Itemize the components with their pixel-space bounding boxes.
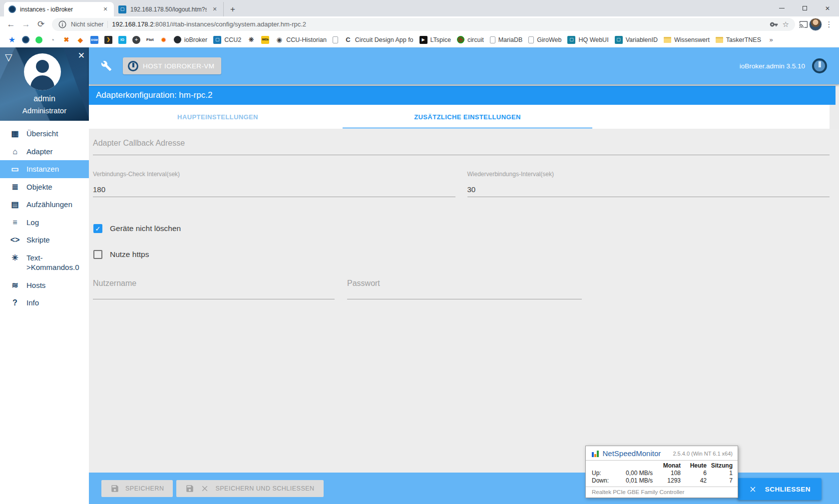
username-input[interactable]: Nutzername [93,279,335,299]
dialog-tab-bar: HAUPTEINSTELLUNGEN ZUSÄTZLICHE EINSTELLU… [89,105,830,129]
close-button-label: SCHLIESSEN [765,486,811,493]
username-field[interactable]: Nutzername [93,279,335,299]
reconnect-interval-input[interactable]: 30 [467,185,830,197]
bookmark-item[interactable]: ❋ [244,36,258,44]
host-button[interactable]: HOST IOBROKER-VM [123,57,221,74]
tab-haupteinstellungen[interactable]: HAUPTEINSTELLUNGEN [93,105,343,129]
bookmark-item[interactable]: ioBroker [171,36,211,43]
address-bar[interactable]: Nicht sicher 192.168.178.2:8081/#tab-ins… [52,18,795,31]
sidebar-menu-item[interactable]: ✳ Text- >Kommandos.0 [0,249,89,276]
browser-tab-active[interactable]: instances - ioBroker ✕ [4,2,114,16]
bookmark-item[interactable]: + [129,36,143,44]
password-field[interactable]: Passwort [347,279,582,299]
callback-address-input[interactable] [93,155,830,155]
bookmark-item[interactable]: ◆ [73,36,87,44]
bookmark-item[interactable]: MariaDB [487,36,526,43]
profile-avatar[interactable] [809,18,822,31]
sidebar-close-icon[interactable]: ✕ [78,50,85,61]
cast-icon[interactable] [799,20,808,29]
sidebar-menu-item[interactable]: ≡ Log [0,214,89,232]
bookmark-item[interactable]: ▢ CCU2 [210,36,244,44]
bookmark-item[interactable] [19,36,32,43]
back-button[interactable]: ← [4,17,18,31]
url-text: 192.168.178.2:8081/#tab-instances/config… [112,20,765,28]
window-minimize-button[interactable] [770,0,793,16]
bookmark-item[interactable]: GiroWeb [525,36,564,43]
bookmark-item[interactable]: ▢ VariablenID [612,36,661,44]
reload-button[interactable]: ⟳ [34,17,48,31]
dont-delete-devices-checkbox[interactable]: ✓ [93,224,102,233]
bookmark-favicon [528,36,534,43]
info-icon[interactable] [58,20,67,29]
bookmark-item[interactable]: Wissenswert [661,36,713,43]
bookmark-label: CCU-Historian [286,36,327,43]
wrench-icon[interactable] [101,60,112,71]
bookmark-item[interactable]: ★ [5,36,19,44]
bookmark-label: Wissenswert [674,36,710,43]
bookmark-item[interactable]: ▢ HQ WebUI [564,36,611,44]
bookmark-item[interactable] [330,36,341,43]
bookmark-item[interactable]: TaskerTNES [713,36,764,43]
key-icon[interactable] [770,20,779,29]
bookmark-item[interactable]: IO [115,36,129,44]
password-input[interactable]: Passwort [347,279,582,299]
sidebar-menu-item[interactable]: ▤ Aufzählungen [0,196,89,214]
sidebar-menu-item[interactable]: ≣ Objekte [0,178,89,196]
sidebar-menu-item[interactable]: ? Info [0,294,89,312]
sidebar-menu-item[interactable]: ⌂ Adapter [0,143,89,161]
bookmark-item[interactable]: ◔ [45,36,59,44]
tab-close-icon[interactable]: ✕ [211,6,219,12]
iobroker-logo [812,58,827,73]
sidebar-item-label: Aufzählungen [26,200,72,210]
sidebar-profile-header: ▽ ✕ admin Administrator [0,47,89,121]
bookmark-item[interactable]: DSM [87,36,101,44]
reconnect-interval-field[interactable]: Wiederverbindungs-Interval(sek) 30 [467,171,830,197]
check-interval-field[interactable]: Verbindungs-Check Interval(sek) 180 [93,171,455,197]
up-heute: 6 [681,470,707,477]
bookmark-item[interactable]: ✖ [59,36,73,44]
sidebar-item-icon: ⌂ [10,147,20,156]
sidebar-menu-item[interactable]: ▭ Instanzen [0,160,89,178]
callback-address-field[interactable]: Adapter Callback Adresse [93,139,830,155]
sidebar-menu-item[interactable]: <> Skripte [0,231,89,249]
window-close-button[interactable]: ✕ [816,0,839,16]
sidebar-menu-item[interactable]: ≋ Hosts [0,276,89,294]
bookmark-star-icon[interactable]: ☆ [783,20,789,29]
check-interval-input[interactable]: 180 [93,185,455,197]
browser-menu-icon[interactable]: ⋮ [823,20,835,29]
up-speed: 0,00 MB/s [615,470,653,477]
bookmark-item[interactable]: Flot [143,36,157,44]
bookmark-favicon: ▢ [213,36,221,44]
bookmark-item[interactable] [32,36,45,43]
bookmark-item[interactable]: ◉ CCU-Historian [272,36,330,44]
tab-close-icon[interactable]: ✕ [101,6,109,12]
sidebar-collapse-icon[interactable]: ▽ [5,51,12,63]
bookmark-favicon [333,36,338,43]
forward-button[interactable]: → [19,17,33,31]
url-path: :8081/#tab-instances/config/system.adapt… [153,20,306,28]
bookmark-item[interactable]: circuit [454,36,487,43]
bookmark-item[interactable]: ▶ LTspice [417,36,454,44]
browser-tab-inactive[interactable]: ▢ 192.168.178.50/logout.htm?sid= ✕ [114,2,224,16]
bookmark-favicon [490,36,495,43]
bookmark-item[interactable]: C Circuit Design App fo [341,36,417,44]
bookmark-favicon: » [767,36,775,44]
netspeed-header: NetSpeedMonitor 2.5.4.0 (Win NT 6.1 x64) [586,446,738,461]
sidebar-menu-item[interactable]: ▦ Übersicht [0,125,89,143]
window-restore-button[interactable] [793,0,816,16]
tab-zusaetzliche-einstellungen[interactable]: ZUSÄTZLICHE EINSTELLUNGEN [343,105,592,129]
sidebar-item-icon: ? [10,298,20,307]
bookmark-favicon [664,37,671,43]
bookmark-item[interactable]: ❯ [101,36,115,44]
save-button[interactable]: SPEICHERN [101,480,173,497]
callback-address-label: Adapter Callback Adresse [93,139,830,148]
new-tab-button[interactable]: + [226,2,240,16]
use-https-checkbox[interactable] [93,250,102,259]
column-sitzung: Sitzung [707,462,733,469]
sidebar-item-icon: <> [10,235,20,245]
bookmark-item[interactable]: » [764,36,778,44]
bookmark-item[interactable]: IMDb [258,36,272,44]
close-button[interactable]: SCHLIESSEN [738,478,822,500]
save-and-close-button[interactable]: SPEICHERN UND SCHLIESSEN [176,480,323,497]
bookmark-item[interactable]: ✹ [157,36,171,44]
